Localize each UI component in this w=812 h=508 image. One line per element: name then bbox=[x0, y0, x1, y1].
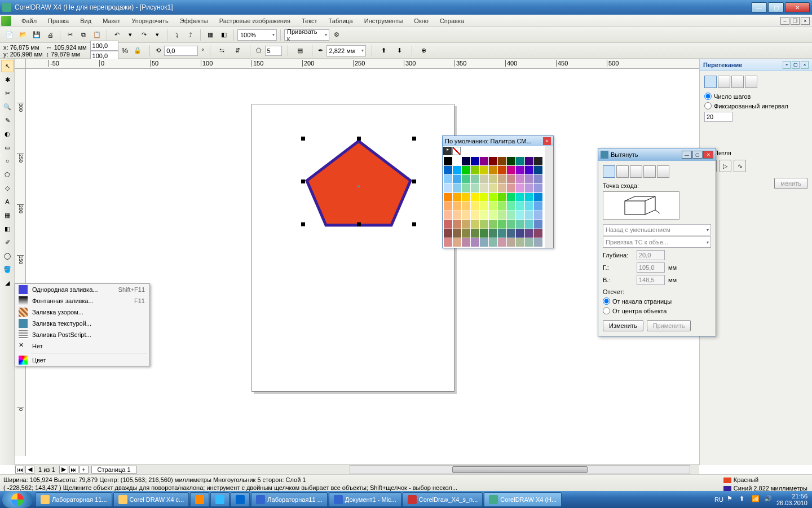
cm-texture-fill[interactable]: Заливка текстурой... bbox=[15, 318, 149, 329]
menu-tools[interactable]: Инструменты bbox=[359, 16, 409, 26]
color-swatch[interactable] bbox=[507, 211, 515, 220]
color-swatch[interactable] bbox=[471, 229, 479, 238]
color-swatch[interactable] bbox=[507, 193, 515, 202]
color-swatch[interactable] bbox=[480, 220, 488, 229]
color-swatch[interactable] bbox=[498, 220, 506, 229]
h-input[interactable]: 105,0 bbox=[637, 262, 665, 273]
color-swatch[interactable] bbox=[525, 157, 533, 165]
scale-x-input[interactable]: 100,0 bbox=[90, 41, 118, 51]
color-swatch[interactable] bbox=[498, 211, 506, 220]
polygon-tool[interactable]: ⬠ bbox=[1, 168, 14, 181]
color-swatch[interactable] bbox=[498, 202, 506, 211]
extrude-apply-button[interactable]: Применить bbox=[647, 320, 691, 331]
color-swatch[interactable] bbox=[507, 175, 515, 183]
color-swatch[interactable] bbox=[471, 238, 479, 247]
clock[interactable]: 21:5626.03.2010 bbox=[776, 493, 807, 506]
selection-handle-sw[interactable] bbox=[301, 222, 305, 226]
color-swatch[interactable] bbox=[534, 211, 542, 220]
color-swatch[interactable] bbox=[453, 220, 461, 229]
color-swatch[interactable] bbox=[516, 184, 524, 192]
color-swatch[interactable] bbox=[534, 238, 542, 247]
color-swatch[interactable] bbox=[489, 211, 497, 220]
horizontal-scrollbar[interactable] bbox=[350, 465, 690, 474]
from-center-radio[interactable] bbox=[603, 307, 610, 314]
task-2[interactable] bbox=[190, 492, 209, 507]
selection-handle-e[interactable] bbox=[412, 179, 416, 183]
color-swatch[interactable] bbox=[507, 229, 515, 238]
print-button[interactable]: 🖨 bbox=[44, 29, 56, 41]
v-input[interactable]: 148,5 bbox=[637, 275, 665, 285]
menu-effects[interactable]: Эффекты bbox=[174, 16, 214, 26]
cm-color[interactable]: Цвет bbox=[15, 354, 149, 366]
blend-start-button[interactable]: ▷ bbox=[719, 160, 731, 172]
interactive-fill-tool[interactable]: ◢ bbox=[1, 277, 14, 289]
zoom-combo[interactable]: 100% bbox=[237, 29, 277, 41]
ellipse-tool[interactable]: ○ bbox=[1, 155, 14, 167]
color-swatch[interactable] bbox=[534, 193, 542, 202]
color-swatch[interactable] bbox=[462, 238, 470, 247]
color-swatch[interactable] bbox=[462, 175, 470, 183]
color-swatch[interactable] bbox=[489, 202, 497, 211]
palette-scrollbar[interactable] bbox=[545, 146, 553, 248]
menu-view[interactable]: Вид bbox=[74, 16, 97, 26]
last-page-button[interactable]: ⏭ bbox=[69, 466, 78, 474]
color-swatch[interactable] bbox=[444, 229, 452, 238]
color-swatch[interactable] bbox=[480, 238, 488, 247]
color-swatch[interactable] bbox=[462, 202, 470, 211]
convert-button[interactable]: ⊕ bbox=[418, 45, 430, 57]
color-swatch[interactable] bbox=[489, 166, 497, 174]
undo-button[interactable]: ↶ bbox=[111, 29, 123, 41]
menu-bitmaps[interactable]: Растровые изображения bbox=[214, 16, 296, 26]
pick-tool[interactable]: ↖ bbox=[1, 60, 14, 72]
color-swatch[interactable] bbox=[516, 175, 524, 183]
mirror-h-button[interactable]: ⇋ bbox=[216, 45, 228, 57]
color-swatch[interactable] bbox=[516, 193, 524, 202]
color-swatch[interactable] bbox=[498, 193, 506, 202]
color-swatch[interactable] bbox=[498, 184, 506, 192]
color-swatch[interactable] bbox=[525, 175, 533, 183]
color-swatch[interactable] bbox=[453, 184, 461, 192]
extrude-tab-vanish[interactable] bbox=[603, 165, 615, 178]
color-swatch[interactable] bbox=[444, 238, 452, 247]
no-fill-swatch[interactable] bbox=[452, 147, 461, 155]
extrude-max-button[interactable]: ▢ bbox=[692, 151, 703, 159]
snap-combo[interactable]: Привязать к bbox=[284, 29, 329, 41]
table-tool[interactable]: ▦ bbox=[1, 209, 14, 221]
page-tab[interactable]: Страница 1 bbox=[91, 466, 137, 474]
selection-handle-ne[interactable] bbox=[412, 137, 416, 141]
extrude-edit-button[interactable]: Изменить bbox=[603, 320, 643, 331]
color-swatch[interactable] bbox=[453, 175, 461, 183]
export-button[interactable]: ⤴ bbox=[184, 29, 197, 41]
color-swatch[interactable] bbox=[534, 184, 542, 192]
task-1[interactable]: Corel DRAW X4 с... bbox=[113, 492, 189, 507]
task-6[interactable]: Документ1 - Mic... bbox=[329, 492, 401, 507]
color-swatch[interactable] bbox=[453, 157, 461, 165]
task-4[interactable] bbox=[231, 492, 250, 507]
color-swatch[interactable] bbox=[498, 157, 506, 165]
depth-input[interactable]: 20,0 bbox=[637, 250, 665, 260]
import-button[interactable]: ⤵ bbox=[171, 29, 183, 41]
color-swatch[interactable] bbox=[462, 184, 470, 192]
color-swatch[interactable] bbox=[534, 220, 542, 229]
new-button[interactable]: 📄 bbox=[3, 29, 16, 41]
extrude-tab-rotate[interactable] bbox=[616, 165, 629, 178]
redo-button[interactable]: ↷ bbox=[138, 29, 150, 41]
steps-radio[interactable] bbox=[704, 93, 712, 100]
color-swatch[interactable] bbox=[444, 202, 452, 211]
task-5[interactable]: Лабораторная11 ... bbox=[251, 492, 328, 507]
blend-tab-color[interactable] bbox=[731, 76, 744, 88]
to-front-button[interactable]: ⬆ bbox=[378, 45, 390, 57]
menu-file[interactable]: Файл bbox=[16, 16, 42, 26]
color-swatch[interactable] bbox=[471, 202, 479, 211]
freehand-tool[interactable]: ✎ bbox=[1, 114, 14, 126]
menu-layout[interactable]: Макет bbox=[97, 16, 126, 26]
ruler-horizontal[interactable]: -500 50100 150200 250300 350400 450500 м… bbox=[26, 59, 803, 69]
add-page-button[interactable]: + bbox=[80, 466, 89, 474]
outline-width-combo[interactable]: 2,822 мм bbox=[326, 45, 366, 56]
tray-icon-2[interactable]: ⬆ bbox=[739, 495, 748, 504]
from-page-radio[interactable] bbox=[603, 297, 610, 305]
to-back-button[interactable]: ⬇ bbox=[394, 45, 406, 57]
color-swatch[interactable] bbox=[444, 166, 452, 174]
color-swatch[interactable] bbox=[453, 166, 461, 174]
task-7[interactable]: CorelDraw_X4_s_n... bbox=[403, 492, 483, 507]
